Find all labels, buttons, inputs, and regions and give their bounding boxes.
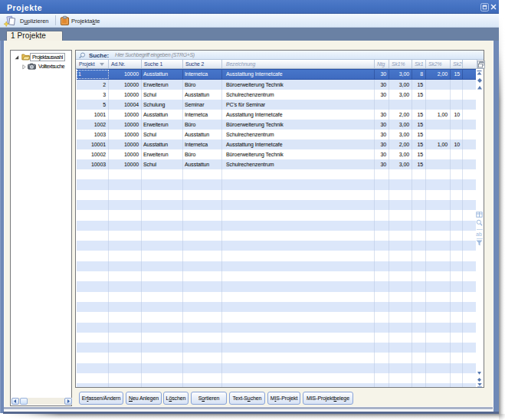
svg-text:ab: ab bbox=[476, 231, 482, 237]
